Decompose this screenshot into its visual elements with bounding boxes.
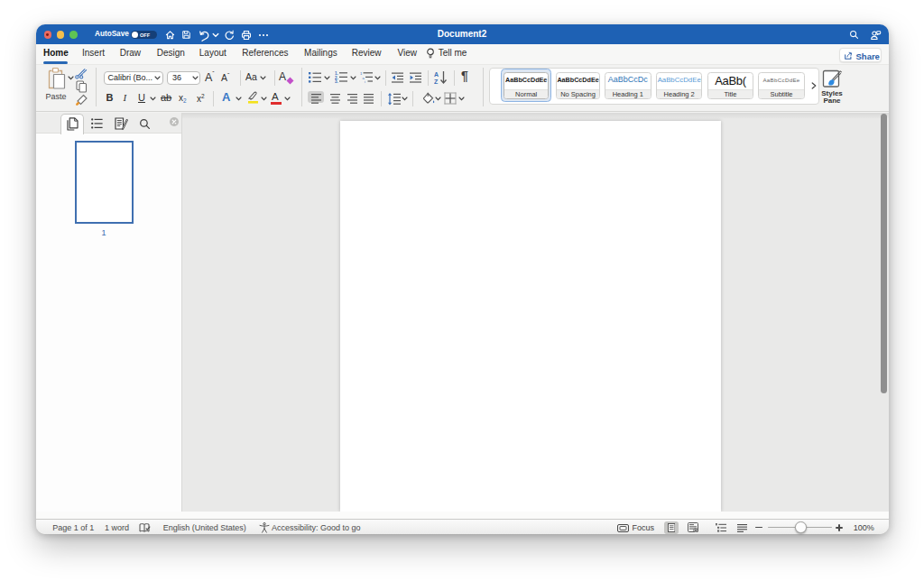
svg-text:Z: Z (434, 78, 439, 85)
svg-text:3.: 3. (335, 79, 338, 83)
svg-text:i: i (365, 79, 365, 83)
svg-text:A: A (434, 71, 439, 78)
